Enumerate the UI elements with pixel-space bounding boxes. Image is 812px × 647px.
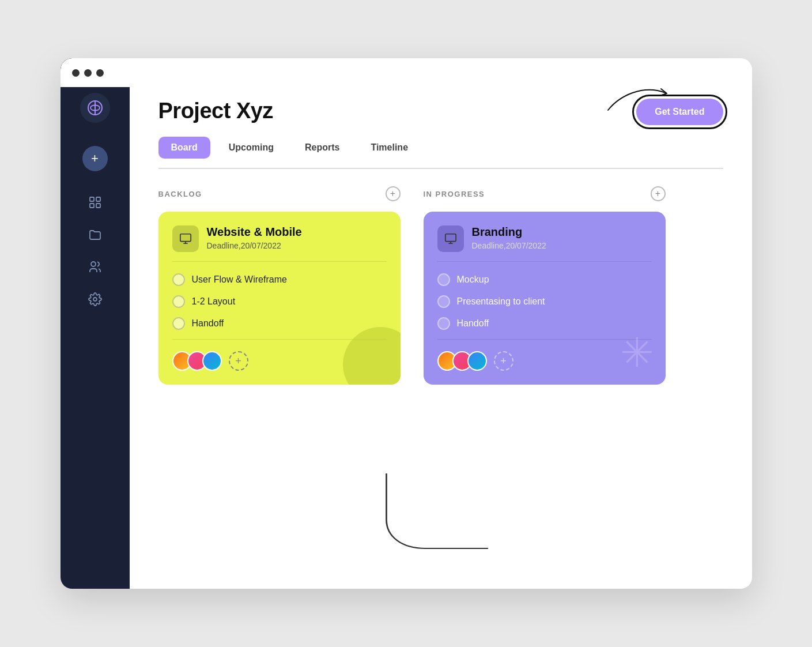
add-inprogress-button[interactable]: + [651, 186, 666, 201]
task-item: Handoff [437, 317, 652, 330]
column-title-backlog: BACKLOG [158, 190, 202, 198]
task-label: Handoff [192, 318, 224, 329]
task-checkbox[interactable] [437, 317, 450, 330]
column-inprogress: IN PROGRESS + Branding Deadli [424, 186, 666, 571]
column-title-inprogress: IN PROGRESS [424, 190, 485, 198]
logo-icon [86, 99, 104, 117]
task-checkbox[interactable] [172, 273, 185, 286]
svg-rect-5 [96, 204, 100, 208]
card-deadline-inprogress: Deadline,20/07/2022 [472, 241, 546, 250]
avatar [202, 351, 222, 371]
task-item: Handoff [172, 317, 387, 330]
column-backlog: BACKLOG + Website & Mobile De [158, 186, 401, 571]
main-content: Project Xyz Get Started Board Upcoming R… [130, 58, 752, 589]
task-label: User Flow & Wireframe [192, 274, 287, 285]
card-info-backlog: Website & Mobile Deadline,20/07/2022 [207, 225, 302, 250]
task-item: Presentasing to client [437, 295, 652, 308]
card-header-inprogress: Branding Deadline,20/07/2022 [437, 225, 652, 262]
task-checkbox[interactable] [437, 273, 450, 286]
card-inprogress: Branding Deadline,20/07/2022 Mockup Pres… [424, 212, 666, 385]
card-title-backlog: Website & Mobile [207, 225, 302, 239]
svg-rect-9 [445, 234, 455, 242]
svg-rect-3 [96, 197, 100, 201]
card-backlog: Website & Mobile Deadline,20/07/2022 Use… [158, 212, 401, 385]
svg-rect-8 [180, 234, 190, 242]
card-icon-backlog [172, 225, 199, 252]
add-backlog-button[interactable]: + [386, 186, 401, 201]
task-label: Mockup [457, 274, 489, 285]
tab-reports[interactable]: Reports [292, 137, 352, 159]
window-chrome [61, 58, 752, 87]
card-icon-inprogress [437, 225, 464, 252]
dot-1 [72, 69, 80, 77]
sidebar-item-users[interactable] [87, 259, 103, 275]
window-dots [72, 69, 104, 77]
card-footer-inprogress: + [437, 351, 652, 371]
header-right: Get Started [636, 99, 723, 125]
sidebar-nav [87, 194, 103, 307]
svg-rect-4 [90, 204, 94, 208]
tab-board[interactable]: Board [158, 137, 210, 159]
avatar-group-inprogress [437, 351, 487, 371]
svg-point-6 [91, 262, 96, 266]
project-title: Project Xyz [158, 99, 273, 123]
card-title-inprogress: Branding [472, 225, 546, 239]
task-list-backlog: User Flow & Wireframe 1-2 Layout Handoff [172, 273, 387, 340]
task-checkbox[interactable] [172, 295, 185, 308]
app-logo [80, 93, 110, 123]
dot-3 [96, 69, 104, 77]
task-list-inprogress: Mockup Presentasing to client Handoff [437, 273, 652, 340]
task-label: Presentasing to client [457, 296, 545, 307]
header: Project Xyz Get Started [158, 99, 723, 125]
card-header-backlog: Website & Mobile Deadline,20/07/2022 [172, 225, 387, 262]
sidebar-item-settings[interactable] [87, 291, 103, 307]
task-item: User Flow & Wireframe [172, 273, 387, 286]
column-header-backlog: BACKLOG + [158, 186, 401, 201]
avatar-group-backlog [172, 351, 222, 371]
card-footer-backlog: + [172, 351, 387, 371]
svg-rect-2 [90, 197, 94, 201]
board-content: BACKLOG + Website & Mobile De [158, 186, 723, 571]
task-label: 1-2 Layout [192, 296, 236, 307]
tab-upcoming[interactable]: Upcoming [216, 137, 286, 159]
card-deadline-backlog: Deadline,20/07/2022 [207, 241, 302, 250]
svg-point-7 [93, 298, 97, 301]
task-checkbox[interactable] [437, 295, 450, 308]
sidebar: + [61, 58, 130, 589]
sidebar-item-board[interactable] [87, 194, 103, 210]
add-button[interactable]: + [82, 146, 108, 171]
tab-timeline[interactable]: Timeline [358, 137, 421, 159]
tabs: Board Upcoming Reports Timeline [158, 137, 723, 169]
app-window: + [61, 58, 752, 589]
add-member-button-inprogress[interactable]: + [494, 351, 513, 371]
dot-2 [84, 69, 92, 77]
task-checkbox[interactable] [172, 317, 185, 330]
task-item: Mockup [437, 273, 652, 286]
add-member-button-backlog[interactable]: + [229, 351, 248, 371]
card-info-inprogress: Branding Deadline,20/07/2022 [472, 225, 546, 250]
task-label: Handoff [457, 318, 489, 329]
task-item: 1-2 Layout [172, 295, 387, 308]
sidebar-item-folder[interactable] [87, 227, 103, 243]
avatar [467, 351, 487, 371]
column-header-inprogress: IN PROGRESS + [424, 186, 666, 201]
